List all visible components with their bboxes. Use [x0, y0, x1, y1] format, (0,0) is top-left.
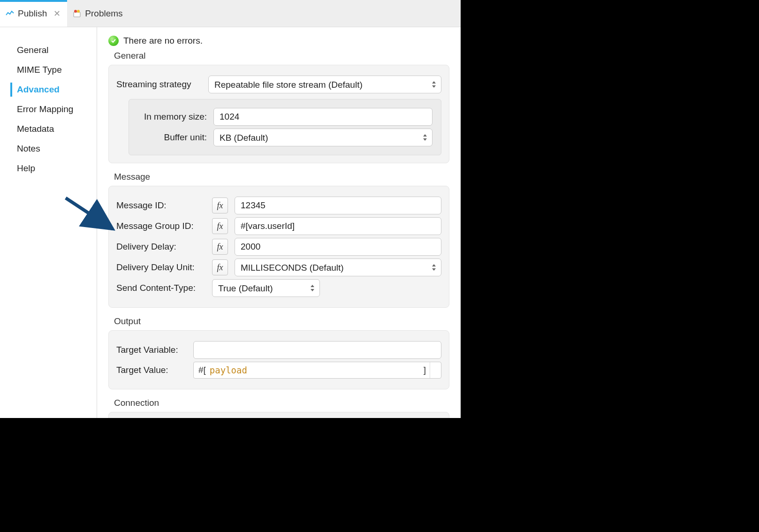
tab-label: Publish [18, 8, 47, 19]
expression-prefix: #[ [198, 365, 206, 375]
sidebar-item-label: General [17, 45, 49, 55]
fx-button[interactable]: fx [212, 198, 228, 213]
status-bar: There are no errors. [108, 36, 449, 46]
sidebar-item-advanced[interactable]: Advanced [0, 80, 97, 99]
message-panel: Message ID: fx Message Group ID: fx Deli… [108, 186, 449, 308]
tab-bar: Publish ✕ Problems [0, 0, 461, 27]
expression-suffix: ] [424, 365, 426, 375]
sidebar: General MIME Type Advanced Error Mapping… [0, 27, 97, 418]
tab-label: Problems [85, 8, 122, 19]
general-panel: Streaming strategy Repeatable file store… [108, 65, 449, 163]
in-memory-size-label: In memory size: [137, 112, 207, 122]
target-variable-label: Target Variable: [116, 345, 187, 355]
delivery-delay-input[interactable] [235, 238, 441, 256]
fx-button[interactable]: fx [212, 259, 228, 275]
sidebar-item-help[interactable]: Help [0, 159, 97, 178]
in-memory-size-input[interactable] [213, 108, 433, 126]
send-content-type-select[interactable]: True (Default) [212, 279, 320, 297]
expression-body: payload [210, 365, 247, 375]
section-title-output: Output [114, 316, 449, 327]
chart-icon [6, 10, 14, 17]
streaming-strategy-label: Streaming strategy [116, 79, 202, 90]
streaming-subpanel: In memory size: Buffer unit: KB (Default… [129, 99, 441, 155]
delivery-delay-label: Delivery Delay: [116, 242, 205, 252]
svg-rect-0 [74, 12, 80, 17]
resize-handle[interactable] [430, 362, 436, 378]
sidebar-item-metadata[interactable]: Metadata [0, 119, 97, 139]
tab-publish[interactable]: Publish ✕ [0, 0, 67, 27]
message-id-input[interactable] [235, 197, 441, 214]
problems-icon [73, 9, 81, 18]
close-icon[interactable]: ✕ [53, 8, 61, 19]
sidebar-item-label: MIME Type [17, 65, 62, 75]
section-title-general: General [114, 51, 449, 61]
buffer-unit-select[interactable]: KB (Default) [213, 129, 433, 146]
target-value-input[interactable]: #[ payload ] [193, 362, 441, 379]
content-pane: There are no errors. General Streaming s… [97, 27, 461, 418]
check-icon [108, 36, 119, 46]
send-content-type-label: Send Content-Type: [116, 283, 205, 293]
status-text: There are no errors. [123, 36, 203, 46]
delivery-delay-unit-select[interactable]: MILLISECONDS (Default) [235, 258, 441, 276]
output-panel: Target Variable: Target Value: #[ payloa… [108, 330, 449, 389]
section-title-message: Message [114, 172, 449, 182]
fx-button[interactable]: fx [212, 239, 228, 255]
connection-panel: Reconnection strategy None [108, 412, 449, 418]
delivery-delay-unit-label: Delivery Delay Unit: [116, 262, 205, 273]
target-variable-input[interactable] [193, 341, 441, 359]
target-value-label: Target Value: [116, 365, 187, 375]
buffer-unit-label: Buffer unit: [137, 132, 207, 143]
svg-point-1 [74, 10, 77, 13]
sidebar-item-notes[interactable]: Notes [0, 139, 97, 159]
sidebar-item-label: Notes [17, 144, 40, 153]
sidebar-item-label: Metadata [17, 124, 54, 134]
svg-point-2 [77, 10, 80, 13]
sidebar-item-label: Error Mapping [17, 104, 73, 114]
sidebar-item-label: Advanced [17, 84, 60, 94]
sidebar-item-error-mapping[interactable]: Error Mapping [0, 99, 97, 119]
streaming-strategy-select[interactable]: Repeatable file store stream (Default) [208, 76, 441, 93]
message-group-id-label: Message Group ID: [116, 221, 205, 231]
sidebar-item-label: Help [17, 163, 35, 173]
fx-button[interactable]: fx [212, 218, 228, 234]
message-id-label: Message ID: [116, 200, 205, 211]
sidebar-item-general[interactable]: General [0, 40, 97, 60]
tab-problems[interactable]: Problems [67, 0, 129, 27]
section-title-connection: Connection [114, 398, 449, 408]
message-group-id-input[interactable] [235, 217, 441, 235]
sidebar-item-mime-type[interactable]: MIME Type [0, 60, 97, 80]
